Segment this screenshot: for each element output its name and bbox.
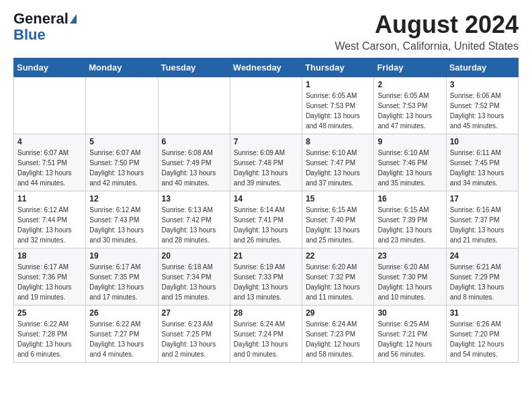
day-number: 18 [17,251,82,261]
day-number: 29 [306,308,370,318]
week-row-3: 11Sunrise: 6:12 AMSunset: 7:44 PMDayligh… [14,191,519,248]
day-info: Sunrise: 6:07 AMSunset: 7:50 PMDaylight:… [89,148,154,188]
day-cell: 21Sunrise: 6:19 AMSunset: 7:33 PMDayligh… [230,248,302,306]
day-number: 8 [306,137,370,146]
day-info: Sunrise: 6:10 AMSunset: 7:47 PMDaylight:… [306,148,370,188]
day-cell: 19Sunrise: 6:17 AMSunset: 7:35 PMDayligh… [86,248,158,306]
weekday-header-wednesday: Wednesday [230,58,302,77]
day-cell: 20Sunrise: 6:18 AMSunset: 7:34 PMDayligh… [158,248,230,306]
day-number: 28 [234,308,298,318]
logo-triangle-icon [70,14,77,24]
day-info: Sunrise: 6:17 AMSunset: 7:35 PMDaylight:… [89,262,154,302]
day-info: Sunrise: 6:22 AMSunset: 7:27 PMDaylight:… [89,319,154,359]
day-number: 26 [89,308,154,318]
day-info: Sunrise: 6:12 AMSunset: 7:44 PMDaylight:… [17,205,82,245]
day-info: Sunrise: 6:20 AMSunset: 7:30 PMDaylight:… [378,262,442,302]
week-row-1: 1Sunrise: 6:05 AMSunset: 7:53 PMDaylight… [14,77,519,134]
day-info: Sunrise: 6:24 AMSunset: 7:23 PMDaylight:… [306,319,370,359]
weekday-header-saturday: Saturday [446,58,518,77]
day-cell: 25Sunrise: 6:22 AMSunset: 7:28 PMDayligh… [14,306,86,363]
day-info: Sunrise: 6:22 AMSunset: 7:28 PMDaylight:… [17,319,82,359]
day-cell: 17Sunrise: 6:16 AMSunset: 7:37 PMDayligh… [446,191,518,248]
day-info: Sunrise: 6:19 AMSunset: 7:33 PMDaylight:… [234,262,298,302]
day-number: 13 [162,194,226,203]
day-info: Sunrise: 6:15 AMSunset: 7:40 PMDaylight:… [306,205,370,245]
header: General Blue August 2024 West Carson, Ca… [13,11,519,52]
day-cell: 28Sunrise: 6:24 AMSunset: 7:24 PMDayligh… [230,306,302,363]
day-number: 22 [306,251,370,261]
day-cell: 16Sunrise: 6:15 AMSunset: 7:39 PMDayligh… [374,191,446,248]
day-info: Sunrise: 6:14 AMSunset: 7:41 PMDaylight:… [234,205,298,245]
day-info: Sunrise: 6:05 AMSunset: 7:53 PMDaylight:… [378,91,442,131]
logo-blue: Blue [13,27,46,43]
day-info: Sunrise: 6:08 AMSunset: 7:49 PMDaylight:… [162,148,226,188]
day-info: Sunrise: 6:26 AMSunset: 7:20 PMDaylight:… [450,319,515,359]
day-info: Sunrise: 6:10 AMSunset: 7:46 PMDaylight:… [378,148,442,188]
day-cell [230,77,302,134]
day-cell: 23Sunrise: 6:20 AMSunset: 7:30 PMDayligh… [374,248,446,306]
day-cell: 29Sunrise: 6:24 AMSunset: 7:23 PMDayligh… [302,306,374,363]
day-number: 10 [450,137,515,146]
day-cell: 6Sunrise: 6:08 AMSunset: 7:49 PMDaylight… [158,134,230,191]
day-number: 11 [17,194,82,203]
weekday-header-thursday: Thursday [302,58,374,77]
day-info: Sunrise: 6:15 AMSunset: 7:39 PMDaylight:… [378,205,442,245]
day-cell: 14Sunrise: 6:14 AMSunset: 7:41 PMDayligh… [230,191,302,248]
day-cell [14,77,86,134]
day-cell: 26Sunrise: 6:22 AMSunset: 7:27 PMDayligh… [86,306,158,363]
day-cell: 8Sunrise: 6:10 AMSunset: 7:47 PMDaylight… [302,134,374,191]
day-number: 20 [162,251,226,261]
day-cell: 22Sunrise: 6:20 AMSunset: 7:32 PMDayligh… [302,248,374,306]
day-info: Sunrise: 6:25 AMSunset: 7:21 PMDaylight:… [378,319,442,359]
day-info: Sunrise: 6:24 AMSunset: 7:24 PMDaylight:… [234,319,298,359]
day-info: Sunrise: 6:23 AMSunset: 7:25 PMDaylight:… [162,319,226,359]
week-row-4: 18Sunrise: 6:17 AMSunset: 7:36 PMDayligh… [14,248,519,306]
day-info: Sunrise: 6:07 AMSunset: 7:51 PMDaylight:… [17,148,82,188]
day-cell: 31Sunrise: 6:26 AMSunset: 7:20 PMDayligh… [446,306,518,363]
day-number: 21 [234,251,298,261]
day-cell: 13Sunrise: 6:13 AMSunset: 7:42 PMDayligh… [158,191,230,248]
weekday-header-friday: Friday [374,58,446,77]
month-title: August 2024 [335,11,519,39]
day-cell: 30Sunrise: 6:25 AMSunset: 7:21 PMDayligh… [374,306,446,363]
day-cell: 2Sunrise: 6:05 AMSunset: 7:53 PMDaylight… [374,77,446,134]
day-number: 5 [89,137,154,146]
day-number: 15 [306,194,370,203]
day-number: 9 [378,137,442,146]
day-number: 12 [89,194,154,203]
day-number: 17 [450,194,515,203]
day-cell: 24Sunrise: 6:21 AMSunset: 7:29 PMDayligh… [446,248,518,306]
day-info: Sunrise: 6:06 AMSunset: 7:52 PMDaylight:… [450,91,515,131]
day-cell: 9Sunrise: 6:10 AMSunset: 7:46 PMDaylight… [374,134,446,191]
day-number: 19 [89,251,154,261]
day-number: 7 [234,137,298,146]
weekday-header-row: SundayMondayTuesdayWednesdayThursdayFrid… [14,58,519,77]
day-info: Sunrise: 6:13 AMSunset: 7:42 PMDaylight:… [162,205,226,245]
title-area: August 2024 West Carson, California, Uni… [335,11,519,52]
logo-general: General [13,11,69,27]
day-number: 25 [17,308,82,318]
day-cell: 15Sunrise: 6:15 AMSunset: 7:40 PMDayligh… [302,191,374,248]
day-cell: 5Sunrise: 6:07 AMSunset: 7:50 PMDaylight… [86,134,158,191]
day-cell: 7Sunrise: 6:09 AMSunset: 7:48 PMDaylight… [230,134,302,191]
day-number: 6 [162,137,226,146]
day-cell [86,77,158,134]
day-cell: 4Sunrise: 6:07 AMSunset: 7:51 PMDaylight… [14,134,86,191]
logo: General Blue [13,11,77,43]
day-info: Sunrise: 6:11 AMSunset: 7:45 PMDaylight:… [450,148,515,188]
day-cell [158,77,230,134]
day-info: Sunrise: 6:16 AMSunset: 7:37 PMDaylight:… [450,205,515,245]
day-info: Sunrise: 6:18 AMSunset: 7:34 PMDaylight:… [162,262,226,302]
day-info: Sunrise: 6:17 AMSunset: 7:36 PMDaylight:… [17,262,82,302]
weekday-header-tuesday: Tuesday [158,58,230,77]
day-info: Sunrise: 6:09 AMSunset: 7:48 PMDaylight:… [234,148,298,188]
day-info: Sunrise: 6:21 AMSunset: 7:29 PMDaylight:… [450,262,515,302]
calendar-table: SundayMondayTuesdayWednesdayThursdayFrid… [13,58,519,363]
day-number: 31 [450,308,515,318]
day-number: 14 [234,194,298,203]
day-cell: 27Sunrise: 6:23 AMSunset: 7:25 PMDayligh… [158,306,230,363]
day-cell: 3Sunrise: 6:06 AMSunset: 7:52 PMDaylight… [446,77,518,134]
weekday-header-monday: Monday [86,58,158,77]
day-number: 1 [306,80,370,89]
day-number: 23 [378,251,442,261]
